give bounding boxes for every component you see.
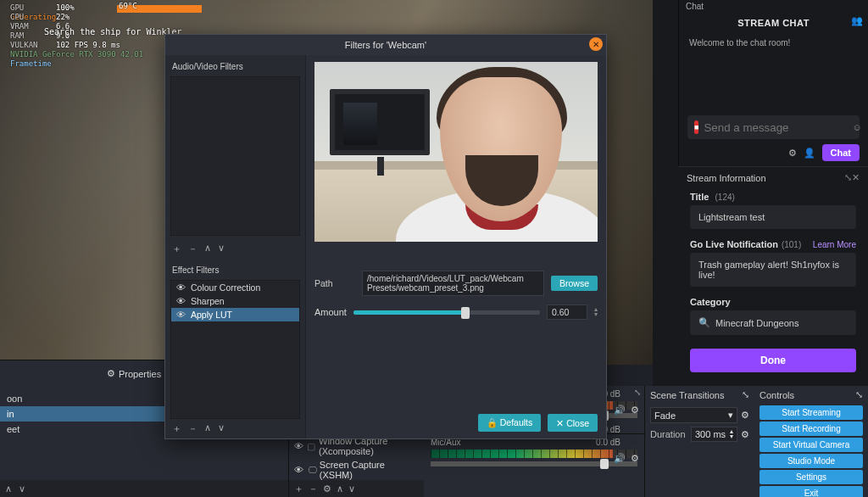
chat-input[interactable] [704, 121, 847, 134]
filters-dialog: Filters for 'Webcam' ✕ Audio/Video Filte… [164, 34, 607, 439]
path-input[interactable]: /home/richard/Videos/LUT_pack/Webcam Pre… [362, 271, 544, 296]
path-label: Path [314, 278, 355, 288]
studio-mode-button[interactable]: Studio Mode [760, 454, 863, 468]
add-icon[interactable]: ＋ [294, 483, 303, 495]
remove-icon[interactable]: － [188, 422, 198, 435]
stream-chat-panel: Chat 👥 STREAM CHAT Welcome to the chat r… [678, 0, 868, 166]
source-item[interactable]: 👁🖵Screen Capture (XSHM) [289, 458, 424, 482]
gear-icon[interactable]: ⚙ [788, 148, 797, 159]
gear-icon[interactable]: ⚙ [741, 429, 749, 440]
speaker-icon[interactable]: 🔊 [614, 405, 626, 416]
move-down-icon[interactable]: ∨ [218, 422, 225, 435]
chat-welcome: Welcome to the chat room! [679, 33, 868, 53]
settings-button[interactable]: Settings [760, 470, 863, 484]
eye-icon[interactable]: 👁 [176, 310, 186, 320]
start-streaming-button[interactable]: Start Streaming [760, 405, 863, 420]
golive-label: Go Live Notification [690, 239, 778, 249]
popout-icon[interactable]: ⤡ [742, 389, 749, 400]
camera-icon[interactable]: ■ [694, 120, 698, 134]
popout-icon[interactable]: ⤡ [855, 389, 863, 400]
window-icon: ▢ [307, 441, 315, 452]
effect-filter-item[interactable]: 👁Sharpen [171, 294, 299, 308]
audio-filters-list[interactable] [170, 76, 300, 236]
screen-icon: 🖵 [308, 465, 316, 475]
eye-icon[interactable]: 👁 [294, 441, 303, 451]
chevron-up-icon[interactable]: ∧ [5, 483, 12, 494]
duration-input[interactable]: 300 ms▴▾ [691, 427, 737, 442]
learn-more-link[interactable]: Learn More [813, 240, 856, 249]
controls-panel: Controls⤡ Start Streaming Start Recordin… [754, 386, 868, 497]
scene-transitions-panel: Scene Transitions⤡ Fade▾ ⚙ Duration 300 … [644, 386, 754, 497]
search-icon: 🔍 [698, 317, 710, 328]
user-icon[interactable]: 👤 [804, 148, 815, 159]
amount-label: Amount [314, 307, 347, 317]
gear-icon: ⚙ [107, 368, 115, 379]
remove-icon[interactable]: － [309, 483, 318, 495]
speaker-icon[interactable]: 🔊 [614, 453, 626, 464]
panel-title: Scene Transitions [650, 390, 724, 400]
exit-button[interactable]: Exit [760, 486, 863, 497]
audio-meter [431, 450, 637, 458]
effect-filters-list: 👁Colour Correction 👁Sharpen 👁Apply LUT [170, 280, 300, 419]
defaults-button[interactable]: 🔒 Defaults [478, 414, 541, 432]
title-input[interactable]: Lightstream test [690, 205, 856, 229]
gear-icon[interactable]: ⚙ [631, 453, 639, 464]
eye-icon[interactable]: 👁 [176, 282, 186, 293]
chat-tab[interactable]: Chat [679, 0, 868, 13]
close-button[interactable]: ✕ Close [548, 414, 598, 432]
panel-title: Stream Information [687, 173, 766, 183]
add-icon[interactable]: ＋ [172, 243, 181, 255]
step-down-icon[interactable]: ▾ [594, 312, 598, 317]
quest-text: Search the ship for Winkler [44, 27, 182, 36]
transition-select[interactable]: Fade▾ [650, 407, 737, 423]
move-down-icon[interactable]: ∨ [218, 243, 225, 255]
gear-icon[interactable]: ⚙ [323, 483, 331, 494]
title-label: Title [690, 192, 709, 202]
performance-overlay: GPU100% Generating CPU22% VRAM6.6 RAM9.0… [10, 3, 143, 69]
effect-filter-item[interactable]: 👁Apply LUT [171, 308, 299, 321]
stream-info-panel: Stream Information⤡✕ Title (124) Lightst… [678, 166, 868, 386]
move-up-icon[interactable]: ∧ [337, 483, 343, 494]
effect-filters-label: Effect Filters [165, 259, 305, 278]
properties-button[interactable]: Properties [119, 369, 161, 379]
users-icon[interactable]: 👥 [851, 15, 863, 26]
move-up-icon[interactable]: ∧ [204, 243, 211, 255]
eye-icon[interactable]: 👁 [294, 465, 304, 475]
done-button[interactable]: Done [690, 349, 856, 372]
audio-filters-label: Audio/Video Filters [165, 55, 305, 75]
volume-slider[interactable] [431, 461, 637, 466]
popout-icon[interactable]: ⤡✕ [844, 172, 860, 183]
chat-send-button[interactable]: Chat [822, 144, 860, 161]
chat-title: STREAM CHAT [679, 13, 868, 33]
title-count: (124) [715, 193, 734, 202]
category-input[interactable]: 🔍 Minecraft Dungeons [690, 310, 856, 335]
duration-label: Duration [650, 429, 687, 439]
dialog-title: Filters for 'Webcam' [345, 40, 426, 50]
gear-icon[interactable]: ⚙ [631, 405, 639, 416]
move-down-icon[interactable]: ∨ [348, 483, 355, 494]
chevron-down-icon: ▾ [728, 410, 733, 421]
add-icon[interactable]: ＋ [172, 422, 181, 435]
filter-preview [314, 62, 598, 242]
close-icon[interactable]: ✕ [589, 37, 603, 51]
amount-slider[interactable] [353, 310, 540, 315]
start-virtual-camera-button[interactable]: Start Virtual Camera [760, 438, 863, 452]
start-recording-button[interactable]: Start Recording [760, 422, 863, 436]
remove-icon[interactable]: － [188, 243, 198, 255]
browse-button[interactable]: Browse [551, 276, 598, 291]
chat-input-row: ■ ☺ [687, 115, 860, 139]
golive-input[interactable]: Trash gameplay alert! Sh1nyfox is live! [690, 253, 856, 287]
panel-title: Controls [760, 390, 794, 400]
category-label: Category [690, 297, 731, 307]
emoji-icon[interactable]: ☺ [852, 122, 861, 132]
dialog-titlebar[interactable]: Filters for 'Webcam' ✕ [165, 35, 606, 55]
move-up-icon[interactable]: ∧ [204, 422, 211, 435]
effect-filter-item[interactable]: 👁Colour Correction [171, 281, 299, 294]
chevron-down-icon[interactable]: ∨ [19, 483, 25, 494]
gear-icon[interactable]: ⚙ [741, 410, 749, 421]
eye-icon[interactable]: 👁 [176, 296, 186, 306]
amount-value[interactable]: 0.60 [547, 304, 587, 320]
